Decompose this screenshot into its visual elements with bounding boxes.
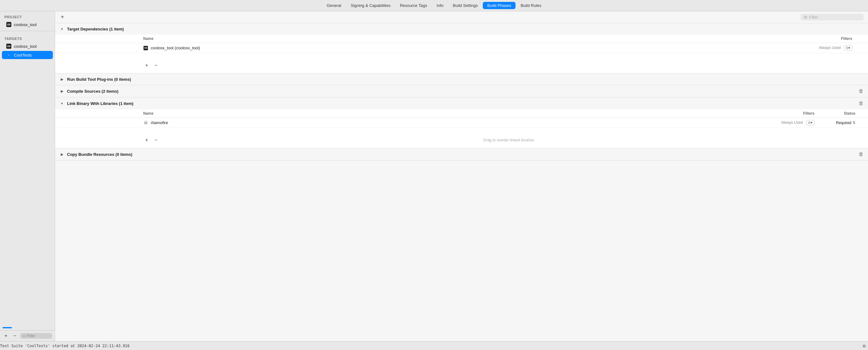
- sidebar-divider: [0, 31, 55, 31]
- link-col-status-header: Status: [818, 111, 856, 116]
- tab-build-rules[interactable]: Build Rules: [516, 2, 546, 9]
- spacer2: [55, 128, 868, 134]
- sidebar-filter-icon: ⊙: [23, 334, 26, 338]
- table-row: 🏛 Alamofire Always Used ⊙▾ Required ⇅: [55, 118, 868, 128]
- always-used-text: Always Used: [819, 45, 841, 50]
- tab-resource-tags[interactable]: Resource Tags: [396, 2, 432, 9]
- chevron-right-icon-2: ▶: [60, 89, 64, 94]
- sidebar-bottom: + − ⊙ Filter: [0, 330, 55, 341]
- remove-library-button[interactable]: −: [153, 137, 160, 144]
- chevron-right-icon: ▶: [60, 77, 64, 82]
- status-badge: Required ⇅: [836, 120, 856, 125]
- add-library-button[interactable]: +: [143, 137, 150, 144]
- sidebar-item-target1[interactable]: ⌨ coolosx_tool: [2, 42, 53, 50]
- delete-copy-bundle-button[interactable]: 🗑: [859, 151, 864, 157]
- phase-link-binary-actions: + − Drag to reorder linked binaries: [55, 134, 868, 145]
- project-section-label: PROJECT: [0, 11, 55, 20]
- tab-signing[interactable]: Signing & Capabilities: [346, 2, 395, 9]
- tab-info[interactable]: Info: [432, 2, 448, 9]
- project-icon: ⌨: [6, 22, 11, 27]
- add-phase-button[interactable]: +: [60, 14, 65, 21]
- sidebar-spacer: [0, 59, 55, 325]
- sidebar-filter-label: Filter: [27, 334, 35, 338]
- tab-bar: General Signing & Capabilities Resource …: [0, 0, 868, 11]
- targets-section-label: TARGETS: [0, 33, 55, 42]
- phase-copy-bundle-resources: ▶ Copy Bundle Resources (0 items) 🗑: [55, 148, 868, 161]
- progress-section: [0, 325, 55, 330]
- phase-compile-sources-title: Compile Sources (2 items): [67, 89, 118, 94]
- main-layout: PROJECT ⌨ coolosx_tool TARGETS ⌨ coolosx…: [0, 11, 868, 341]
- framework-icon: 🏛: [143, 120, 148, 125]
- phase-target-dependencies: ▾ Target Dependencies (1 item) Name Filt…: [55, 23, 868, 73]
- filter-badge-button[interactable]: ⊙▾: [844, 45, 852, 50]
- filter-icon: ⊙: [804, 15, 807, 20]
- library-filter-badge-button[interactable]: ⊙▾: [806, 120, 814, 125]
- tab-general[interactable]: General: [322, 2, 346, 9]
- target1-icon: ⌨: [6, 44, 11, 49]
- col-filters-header: Filters: [799, 36, 856, 41]
- content-area: + ⊙ Filter ▾ Target Dependencies (1 item…: [55, 11, 868, 341]
- sidebar-remove-button[interactable]: −: [11, 332, 18, 339]
- target2-icon: ✓: [6, 53, 11, 58]
- tab-build-settings[interactable]: Build Settings: [448, 2, 483, 9]
- phase-link-binary-table-header: Name Filters Status: [55, 109, 868, 118]
- chevron-right-icon-3: ▶: [60, 152, 64, 157]
- sidebar-item-project[interactable]: ⌨ coolosx_tool: [2, 21, 53, 29]
- status-bar-text: Test Suite 'CoolTests' started at 2024-0…: [0, 344, 130, 348]
- delete-link-binary-button[interactable]: 🗑: [859, 101, 864, 106]
- phase-copy-bundle-resources-title: Copy Bundle Resources (0 items): [67, 152, 132, 157]
- status-required-text: Required: [836, 120, 851, 125]
- phase-compile-sources-header[interactable]: ▶ Compile Sources (2 items) 🗑: [55, 85, 868, 97]
- phase-target-dependencies-header[interactable]: ▾ Target Dependencies (1 item): [55, 23, 868, 35]
- status-bar-right: ⊡: [863, 343, 868, 348]
- status-bar: Test Suite 'CoolTests' started at 2024-0…: [0, 341, 868, 350]
- link-col-filters-header: Filters: [761, 111, 818, 116]
- chevron-down-icon-2: ▾: [60, 101, 64, 106]
- content-toolbar: + ⊙ Filter: [55, 11, 868, 23]
- table-row: ⌨ coolosx_tool (coolosx_tool) Always Use…: [55, 43, 868, 53]
- filter-right[interactable]: ⊙ Filter: [801, 14, 864, 21]
- phase-target-dependencies-table-header: Name Filters: [55, 35, 868, 43]
- phase-run-build-tool-plugins-header[interactable]: ▶ Run Build Tool Plug-ins (0 items): [55, 73, 868, 85]
- dependency-filters: Always Used ⊙▾: [799, 45, 856, 50]
- drag-hint: Drag to reorder linked binaries: [162, 138, 856, 142]
- progress-bar: [2, 327, 12, 328]
- phase-copy-bundle-resources-header[interactable]: ▶ Copy Bundle Resources (0 items) 🗑: [55, 148, 868, 160]
- status-bar-icon: ⊡: [863, 343, 866, 348]
- remove-dependency-button[interactable]: −: [153, 62, 160, 69]
- sidebar-item-target2[interactable]: ✓ CoolTests: [2, 51, 53, 59]
- library-filters: Always Used ⊙▾: [761, 120, 818, 125]
- phase-compile-sources: ▶ Compile Sources (2 items) 🗑: [55, 85, 868, 97]
- phase-link-binary-content: Name Filters Status 🏛 Alamofire Always U…: [55, 109, 868, 148]
- phase-run-build-tool-plugins-title: Run Build Tool Plug-ins (0 items): [67, 77, 131, 82]
- library-always-used-text: Always Used: [781, 120, 803, 125]
- sidebar-add-button[interactable]: +: [2, 332, 9, 339]
- tab-build-phases[interactable]: Build Phases: [483, 2, 516, 9]
- phase-target-dependencies-actions: + −: [55, 59, 868, 71]
- col-name-header: Name: [143, 36, 799, 41]
- phase-link-binary-header[interactable]: ▾ Link Binary With Libraries (1 item) 🗑: [55, 97, 868, 109]
- spacer: [55, 53, 868, 59]
- framework-icon-symbol: 🏛: [144, 120, 148, 125]
- phase-link-binary: ▾ Link Binary With Libraries (1 item) 🗑 …: [55, 97, 868, 148]
- add-dependency-button[interactable]: +: [143, 62, 150, 69]
- library-status: Required ⇅: [818, 120, 856, 125]
- filter-text: Filter: [809, 15, 818, 20]
- sidebar-filter-box[interactable]: ⊙ Filter: [20, 333, 52, 339]
- phase-target-dependencies-title: Target Dependencies (1 item): [67, 27, 124, 31]
- target1-name: coolosx_tool: [14, 44, 36, 49]
- phase-target-dependencies-content: Name Filters ⌨ coolosx_tool (coolosx_too…: [55, 35, 868, 73]
- terminal-icon-box: ⌨: [144, 46, 148, 50]
- project-name: coolosx_tool: [14, 22, 36, 27]
- chevron-down-icon: ▾: [60, 26, 64, 31]
- sidebar: PROJECT ⌨ coolosx_tool TARGETS ⌨ coolosx…: [0, 11, 55, 341]
- terminal-icon: ⌨: [143, 45, 148, 50]
- phase-link-binary-title: Link Binary With Libraries (1 item): [67, 101, 133, 106]
- delete-compile-sources-button[interactable]: 🗑: [859, 88, 864, 94]
- status-arrows-icon[interactable]: ⇅: [852, 120, 856, 125]
- dependency-name: coolosx_tool (coolosx_tool): [151, 45, 799, 50]
- target2-name: CoolTests: [14, 53, 32, 58]
- link-col-name-header: Name: [143, 111, 761, 116]
- phases-container: ▾ Target Dependencies (1 item) Name Filt…: [55, 23, 868, 161]
- library-name: Alamofire: [151, 120, 761, 125]
